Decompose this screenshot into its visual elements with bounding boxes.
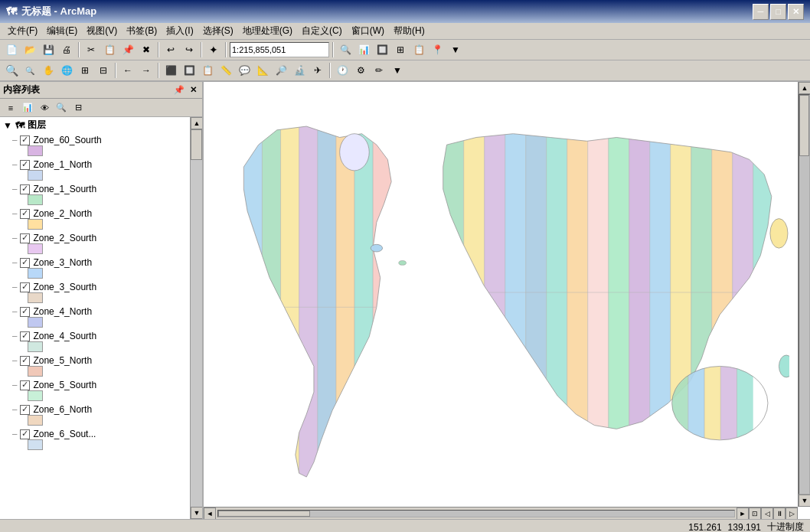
- map-prev-ext-btn[interactable]: ◁: [761, 508, 773, 520]
- layer-row-zone5s[interactable]: ─ Zone_5_Sourth: [0, 378, 190, 390]
- toc-search-btn[interactable]: 🔍: [54, 101, 69, 115]
- toc-source-btn[interactable]: 📊: [20, 101, 35, 115]
- goto-xy-button[interactable]: 🔎: [273, 62, 289, 79]
- layer-row-zone4n[interactable]: ─ Zone_4_North: [0, 305, 190, 317]
- layer-checkbox-zone60s[interactable]: [20, 135, 30, 145]
- layer-checkbox-zone1n[interactable]: [20, 160, 30, 170]
- zoom-layer-button[interactable]: ⊟: [95, 62, 112, 79]
- layer-row-zone3n[interactable]: ─ Zone_3_North: [0, 256, 190, 268]
- find-button[interactable]: 💬: [236, 62, 253, 79]
- effects-button[interactable]: ⚙: [352, 62, 369, 79]
- search-button[interactable]: 🔬: [291, 62, 308, 79]
- toc-pin-button[interactable]: 📌: [173, 84, 185, 96]
- scale-input[interactable]: [230, 42, 329, 57]
- layer-checkbox-zone5n[interactable]: [20, 356, 30, 366]
- menu-file[interactable]: 文件(F): [3, 23, 42, 39]
- toc-scroll-down[interactable]: ▼: [191, 507, 202, 519]
- locate-button[interactable]: 📍: [429, 41, 446, 58]
- forward-button[interactable]: →: [138, 62, 155, 79]
- close-button[interactable]: ✕: [788, 4, 804, 20]
- maximize-button[interactable]: □: [770, 4, 786, 20]
- map-hscrollbar[interactable]: ◄ ► ⊡ ◁ ⏸ ▷: [204, 507, 798, 519]
- toc-visibility-btn[interactable]: 👁: [37, 101, 52, 115]
- back-button[interactable]: ←: [119, 62, 136, 79]
- layer-checkbox-zone4n[interactable]: [20, 307, 30, 317]
- map-scroll-right[interactable]: ►: [737, 508, 749, 520]
- print-button[interactable]: 🖨: [58, 41, 75, 58]
- layer-row-zone2s[interactable]: ─ Zone_2_Sourth: [0, 231, 190, 243]
- layer-checkbox-zone3n[interactable]: [20, 258, 30, 268]
- toc-scroll-track[interactable]: [191, 129, 202, 507]
- redo-button[interactable]: ↪: [181, 41, 198, 58]
- minimize-button[interactable]: ─: [753, 4, 769, 20]
- layer-checkbox-zone3s[interactable]: [20, 282, 30, 292]
- menu-geoprocessing[interactable]: 地理处理(G): [238, 23, 297, 39]
- layer-row-zone4s[interactable]: ─ Zone_4_Sourth: [0, 329, 190, 341]
- magnify-button[interactable]: 🔲: [374, 41, 390, 58]
- maptips-button[interactable]: 📐: [254, 62, 271, 79]
- select-by-attr-button[interactable]: 📋: [199, 62, 216, 79]
- identify-button[interactable]: 🔍: [337, 41, 354, 58]
- layer-checkbox-zone2s[interactable]: [20, 233, 30, 243]
- layer-checkbox-zone6s[interactable]: [20, 429, 30, 439]
- map-hscroll-track[interactable]: [217, 510, 735, 517]
- overview-button[interactable]: ⊞: [392, 41, 409, 58]
- map-scroll-left[interactable]: ◄: [204, 508, 216, 520]
- measure-button[interactable]: 📏: [217, 62, 234, 79]
- map-vscroll-thumb[interactable]: [799, 95, 809, 156]
- menu-bookmark[interactable]: 书签(B): [122, 23, 162, 39]
- locate2-button[interactable]: ✈: [309, 62, 326, 79]
- pan-button[interactable]: ✋: [40, 62, 57, 79]
- toc-options-btn[interactable]: ⊟: [70, 101, 86, 115]
- toc-close-button[interactable]: ✕: [187, 84, 199, 96]
- more2-button[interactable]: ▼: [389, 62, 406, 79]
- save-button[interactable]: 💾: [40, 41, 57, 58]
- toc-scroll-thumb[interactable]: [191, 129, 202, 160]
- layer-row-zone60s[interactable]: ─ Zone_60_Sourth: [0, 133, 190, 145]
- toc-scroll-up[interactable]: ▲: [191, 117, 202, 129]
- menu-customize[interactable]: 自定义(C): [297, 23, 347, 39]
- layer-row-zone1n[interactable]: ─ Zone_1_North: [0, 158, 190, 170]
- open-button[interactable]: 📂: [21, 41, 38, 58]
- menu-help[interactable]: 帮助(H): [389, 23, 429, 39]
- editor-button[interactable]: ✏: [371, 62, 387, 79]
- menu-select[interactable]: 选择(S): [198, 23, 238, 39]
- toc-list-btn[interactable]: ≡: [3, 101, 18, 115]
- zoom-in-button[interactable]: 🔍: [3, 62, 20, 79]
- more-button[interactable]: ▼: [447, 41, 464, 58]
- map-scroll-down[interactable]: ▼: [799, 494, 810, 507]
- layer-checkbox-zone1s[interactable]: [20, 184, 30, 194]
- map-tips-button[interactable]: 📊: [355, 41, 372, 58]
- menu-window[interactable]: 窗口(W): [347, 23, 389, 39]
- map-scroll-up[interactable]: ▲: [799, 82, 810, 94]
- menu-view[interactable]: 视图(V): [82, 23, 122, 39]
- layer-checkbox-zone5s[interactable]: [20, 380, 30, 390]
- map-vscroll-track[interactable]: [799, 94, 810, 494]
- layer-row-zone3s[interactable]: ─ Zone_3_Sourth: [0, 280, 190, 292]
- time-button[interactable]: 🕐: [334, 62, 351, 79]
- toc-scrollbar[interactable]: ▲ ▼: [190, 117, 202, 519]
- globe-button[interactable]: 🌐: [58, 62, 75, 79]
- menu-edit[interactable]: 编辑(E): [42, 23, 82, 39]
- paste-button[interactable]: 📌: [119, 41, 136, 58]
- layer-button[interactable]: 📋: [410, 41, 427, 58]
- clear-sel-button[interactable]: 🔲: [181, 62, 198, 79]
- menu-insert[interactable]: 插入(I): [162, 23, 198, 39]
- layer-checkbox-zone6n[interactable]: [20, 405, 30, 415]
- copy-button[interactable]: 📋: [101, 41, 118, 58]
- layer-checkbox-zone2n[interactable]: [20, 209, 30, 219]
- layer-row-zone6n[interactable]: ─ Zone_6_North: [0, 403, 190, 415]
- zoom-out-button[interactable]: 🔍: [21, 62, 38, 79]
- layer-checkbox-zone4s[interactable]: [20, 331, 30, 341]
- layer-row-zone5n[interactable]: ─ Zone_5_North: [0, 354, 190, 366]
- full-extent-button[interactable]: ⊞: [77, 62, 93, 79]
- add-data-button[interactable]: ✦: [205, 41, 222, 58]
- layer-row-zone1s[interactable]: ─ Zone_1_Sourth: [0, 182, 190, 194]
- layer-row-zone2n[interactable]: ─ Zone_2_North: [0, 207, 190, 219]
- undo-button[interactable]: ↩: [162, 41, 179, 58]
- new-button[interactable]: 📄: [3, 41, 20, 58]
- map-hscroll-thumb[interactable]: [218, 511, 310, 517]
- toc-group-layers[interactable]: ▼ 🗺 图层: [0, 117, 190, 133]
- map-area[interactable]: ▲ ▼ ◄ ► ⊡ ◁ ⏸ ▷: [204, 82, 810, 519]
- map-vscrollbar[interactable]: ▲ ▼: [798, 82, 810, 507]
